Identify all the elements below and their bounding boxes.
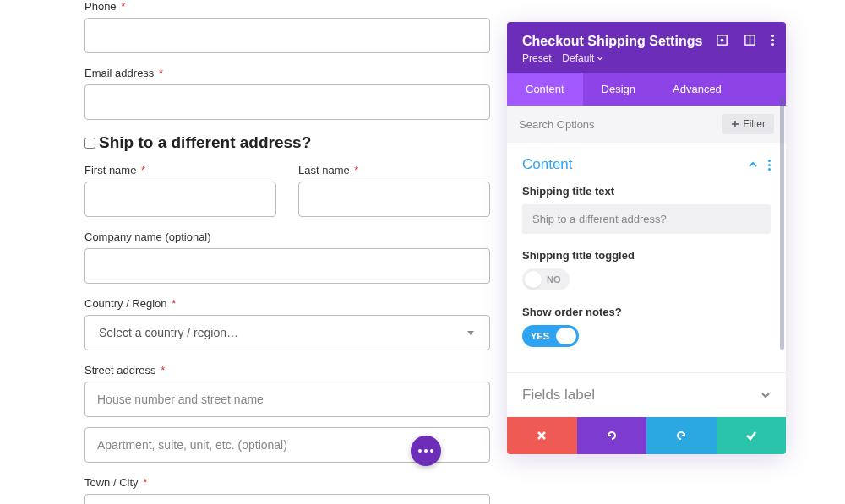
redo-button[interactable] (646, 417, 717, 454)
svg-point-1 (721, 39, 724, 42)
last-name-input[interactable] (298, 182, 490, 217)
undo-button[interactable] (577, 417, 647, 454)
settings-panel: Checkout Shipping Settings Preset: Defau… (507, 22, 786, 454)
first-name-input[interactable] (84, 182, 276, 217)
first-name-label: First name * (84, 164, 276, 176)
phone-input[interactable] (84, 18, 490, 53)
filter-button[interactable]: Filter (722, 114, 774, 134)
city-input[interactable] (84, 494, 490, 504)
kebab-menu-icon[interactable] (771, 35, 774, 46)
ship-diff-checkbox[interactable] (84, 138, 95, 149)
show-order-notes-label: Show order notes? (522, 306, 771, 318)
street-input-1[interactable] (84, 382, 490, 417)
chevron-up-icon[interactable] (748, 160, 758, 170)
section-fields-label[interactable]: Fields label (507, 373, 786, 417)
search-options-input[interactable]: Search Options (519, 118, 595, 131)
cancel-button[interactable] (507, 417, 577, 454)
shipping-title-toggled-label: Shipping title toggled (522, 249, 771, 262)
city-label: Town / City * (84, 476, 490, 489)
chevron-down-icon (760, 390, 771, 400)
email-input[interactable] (84, 84, 490, 120)
module-options-fab[interactable] (411, 436, 441, 466)
tab-content[interactable]: Content (507, 73, 583, 106)
company-label: Company name (optional) (84, 230, 490, 243)
shipping-title-toggled-switch[interactable]: NO (522, 268, 570, 290)
country-select[interactable]: Select a country / region… (84, 315, 490, 350)
shipping-title-text-input[interactable] (522, 204, 771, 234)
phone-label: Phone * (84, 0, 490, 13)
company-input[interactable] (84, 248, 490, 284)
scrollbar[interactable] (780, 96, 784, 350)
last-name-label: Last name * (298, 164, 490, 176)
show-order-notes-switch[interactable]: YES (522, 325, 579, 347)
tab-design[interactable]: Design (583, 73, 654, 106)
section-content-title[interactable]: Content (522, 156, 573, 173)
tab-advanced[interactable]: Advanced (654, 73, 740, 106)
snap-icon[interactable] (716, 34, 728, 46)
save-button[interactable] (717, 417, 787, 454)
panel-preset[interactable]: Preset: Default (522, 52, 772, 64)
responsive-icon[interactable] (744, 34, 756, 46)
country-label: Country / Region * (84, 297, 490, 310)
ship-diff-heading: Ship to a different address? (99, 133, 311, 152)
shipping-title-text-label: Shipping title text (522, 185, 771, 198)
street-label: Street address * (84, 364, 490, 377)
email-label: Email address * (84, 67, 490, 79)
section-menu-icon[interactable] (768, 160, 771, 171)
